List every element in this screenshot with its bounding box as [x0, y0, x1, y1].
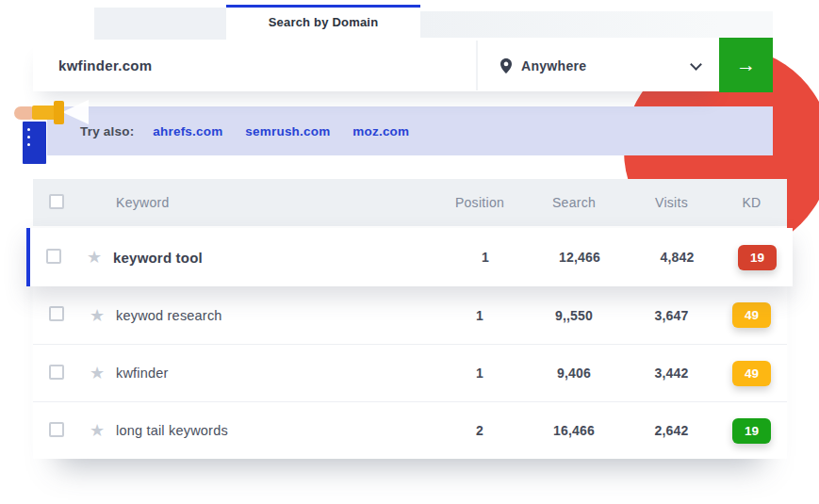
domain-search-bar: kwfinder.com Anywhere — [33, 40, 719, 91]
table-row[interactable]: ★ long tail keywords 2 16,466 2,642 19 — [33, 401, 787, 459]
row-checkbox[interactable] — [49, 306, 64, 321]
kwfinder-search-by-domain-screen: Search by Domain kwfinder.com Anywhere →… — [0, 0, 819, 504]
arrow-right-icon: → — [736, 54, 756, 76]
position-cell: 1 — [444, 250, 527, 265]
header-kd: KD — [716, 195, 787, 210]
flashlight-head-icon — [54, 101, 64, 124]
blue-card-illustration — [23, 122, 46, 164]
table-row[interactable]: ★ kwfinder 1 9,406 3,442 49 — [33, 344, 787, 401]
suggestion-link-semrush[interactable]: semrush.com — [245, 124, 330, 138]
suggestions-bar: Try also: ahrefs.com semrush.com moz.com — [47, 106, 773, 155]
visits-cell: 2,642 — [627, 423, 716, 438]
search-submit-button[interactable]: → — [719, 38, 773, 92]
keyword-cell: keywod research — [116, 308, 438, 323]
keyword-results-table: Keyword Position Search Visits KD ★ keyw… — [33, 179, 787, 459]
tab-search-by-domain[interactable]: Search by Domain — [226, 5, 420, 40]
flashlight-beam — [62, 100, 89, 124]
row-checkbox[interactable] — [46, 249, 61, 264]
header-search: Search — [521, 195, 627, 210]
suggestion-link-ahrefs[interactable]: ahrefs.com — [153, 124, 222, 138]
chevron-down-icon — [690, 58, 702, 71]
location-value: Anywhere — [521, 58, 586, 73]
star-icon[interactable]: ★ — [78, 305, 116, 326]
table-row[interactable]: ★ keywod research 1 9,,550 3,647 49 — [33, 286, 787, 344]
table-header-row: Keyword Position Search Visits KD — [33, 179, 787, 226]
kd-badge[interactable]: 49 — [732, 302, 771, 328]
position-cell: 2 — [438, 423, 521, 438]
suggestions-label: Try also: — [80, 124, 134, 138]
keyword-cell: keyword tool — [113, 250, 444, 266]
row-checkbox[interactable] — [49, 365, 64, 380]
star-icon[interactable]: ★ — [78, 420, 116, 441]
tab-bar-right-strip — [420, 11, 773, 38]
location-dropdown[interactable]: Anywhere — [476, 41, 719, 90]
search-cell: 9,406 — [521, 366, 627, 381]
select-all-checkbox[interactable] — [49, 194, 64, 209]
search-cell: 16,466 — [521, 423, 627, 438]
domain-search-input[interactable]: kwfinder.com — [58, 40, 152, 91]
tab-inactive-left[interactable] — [94, 8, 226, 40]
search-cell: 9,,550 — [521, 308, 627, 323]
search-cell: 12,466 — [527, 250, 632, 265]
table-row[interactable]: ★ keyword tool 1 12,466 4,842 19 — [26, 228, 793, 286]
star-icon[interactable]: ★ — [75, 247, 113, 268]
visits-cell: 3,647 — [627, 308, 716, 323]
position-cell: 1 — [438, 308, 521, 323]
visits-cell: 3,442 — [627, 366, 716, 381]
position-cell: 1 — [438, 366, 521, 381]
keyword-cell: kwfinder — [116, 366, 438, 381]
row-checkbox[interactable] — [49, 422, 64, 437]
header-keyword: Keyword — [116, 195, 438, 210]
visits-cell: 4,842 — [632, 250, 722, 265]
location-pin-icon — [500, 58, 512, 73]
kd-badge[interactable]: 19 — [738, 245, 777, 270]
suggestion-link-moz[interactable]: moz.com — [352, 124, 409, 138]
header-position: Position — [438, 195, 521, 210]
star-icon[interactable]: ★ — [78, 363, 116, 383]
kd-badge[interactable]: 19 — [732, 418, 771, 444]
keyword-cell: long tail keywords — [116, 423, 438, 438]
header-visits: Visits — [627, 195, 716, 210]
kd-badge[interactable]: 49 — [732, 361, 771, 386]
